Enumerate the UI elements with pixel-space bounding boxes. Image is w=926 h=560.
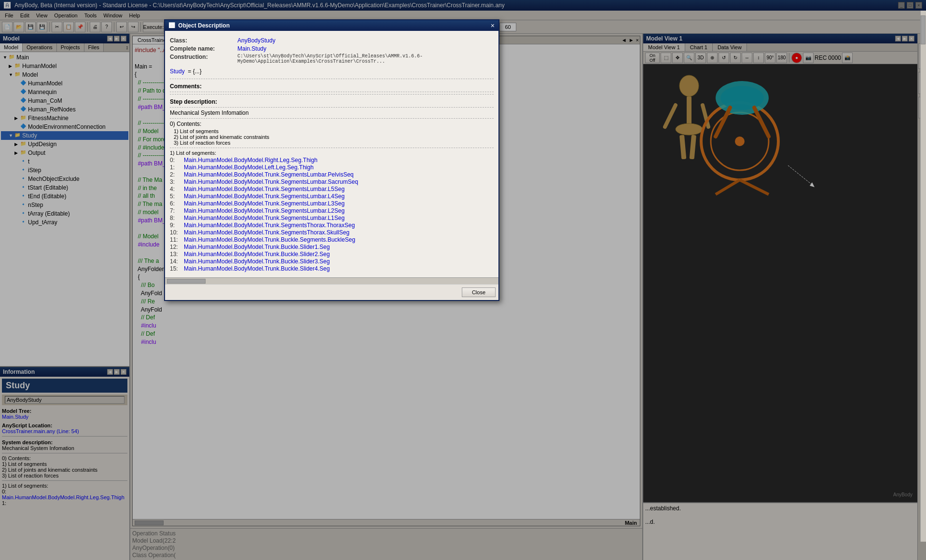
modal-segment-row-14: 14:Main.HumanModel.BodyModel.Trunk.Buckl… (170, 258, 494, 265)
modal-segment-num-12: 12: (170, 244, 182, 250)
modal-segment-link-15[interactable]: Main.HumanModel.BodyModel.Trunk.Buckle.S… (184, 265, 330, 272)
modal-contents-0: 0) Contents: (170, 121, 201, 127)
modal-segment-num-14: 14: (170, 258, 182, 265)
modal-completename-row: Complete name: Main.Study (170, 45, 494, 52)
modal-segment-row-12: 12:Main.HumanModel.BodyModel.Trunk.Buckl… (170, 244, 494, 250)
modal-segment-link-5[interactable]: Main.HumanModel.BodyModel.Trunk.Segments… (184, 193, 345, 200)
modal-comments-section: Comments: (170, 83, 494, 90)
modal-segment-row-15: 15:Main.HumanModel.BodyModel.Trunk.Buckl… (170, 265, 494, 272)
modal-segment-num-0: 0: (170, 157, 182, 164)
modal-segment-num-10: 10: (170, 229, 182, 236)
modal-hscrollbar[interactable] (165, 277, 498, 284)
object-description-modal: 🅰 Object Description × Class: AnyBodyStu… (164, 19, 499, 301)
modal-sysdesc-label: Step description: (170, 98, 217, 105)
modal-close-button[interactable]: × (491, 22, 495, 29)
modal-title-icon: 🅰 (169, 22, 175, 29)
modal-segment-link-2[interactable]: Main.HumanModel.BodyModel.Trunk.Segments… (184, 171, 354, 178)
modal-divider-6 (170, 148, 494, 148)
modal-segment-num-13: 13: (170, 251, 182, 258)
modal-segment-num-5: 5: (170, 193, 182, 200)
modal-scrollbar-thumb[interactable] (921, 15, 926, 44)
modal-scrollbar-track[interactable] (920, 11, 926, 542)
modal-study-link[interactable]: Study (170, 68, 185, 75)
modal-contents-3: 3) List of reaction forces (170, 140, 494, 146)
modal-body: Class: AnyBodyStudy Complete name: Main.… (165, 31, 498, 277)
modal-construction-row: Construction: C:\Users\st\AnyBodyTech\An… (170, 54, 494, 64)
modal-segment-num-8: 8: (170, 215, 182, 221)
modal-comments-label: Comments: (170, 83, 202, 90)
modal-segments-list: 0:Main.HumanModel.BodyModel.Right.Leg.Se… (170, 157, 494, 272)
modal-segment-link-7[interactable]: Main.HumanModel.BodyModel.Trunk.Segments… (184, 207, 345, 214)
modal-close-btn[interactable]: Close (462, 287, 496, 297)
modal-segment-row-11: 11:Main.HumanModel.BodyModel.Trunk.Buckl… (170, 236, 494, 243)
modal-divider-4 (170, 107, 494, 108)
modal-segment-row-1: 1:Main.HumanModel.BodyModel.Left.Leg.Seg… (170, 164, 494, 171)
modal-segments-header: 1) List of segments: (170, 150, 494, 156)
modal-segment-row-0: 0:Main.HumanModel.BodyModel.Right.Leg.Se… (170, 157, 494, 164)
modal-segment-row-4: 4:Main.HumanModel.BodyModel.Trunk.Segmen… (170, 186, 494, 192)
modal-contents-1: 1) List of segments (170, 128, 494, 134)
modal-code-snippet: Study = {...} (170, 68, 494, 75)
modal-segment-link-11[interactable]: Main.HumanModel.BodyModel.Trunk.Buckle.S… (184, 236, 355, 243)
modal-footer: Close (165, 284, 498, 300)
modal-segment-row-10: 10:Main.HumanModel.BodyModel.Trunk.Segme… (170, 229, 494, 236)
modal-completename-label: Complete name: (170, 45, 237, 52)
modal-segment-row-5: 5:Main.HumanModel.BodyModel.Trunk.Segmen… (170, 193, 494, 200)
modal-contents-2: 2) List of joints and kinematic constrai… (170, 134, 494, 140)
modal-segment-num-1: 1: (170, 164, 182, 171)
modal-segment-num-7: 7: (170, 207, 182, 214)
modal-divider-3 (170, 94, 494, 95)
modal-segment-link-4[interactable]: Main.HumanModel.BodyModel.Trunk.Segments… (184, 186, 345, 192)
modal-segment-row-7: 7:Main.HumanModel.BodyModel.Trunk.Segmen… (170, 207, 494, 214)
modal-overlay: 🅰 Object Description × Class: AnyBodyStu… (0, 0, 926, 560)
modal-divider-2 (170, 92, 494, 92)
modal-code-rest: = {...} (188, 68, 201, 75)
modal-segment-row-13: 13:Main.HumanModel.BodyModel.Trunk.Buckl… (170, 251, 494, 258)
modal-segment-row-8: 8:Main.HumanModel.BodyModel.Trunk.Segmen… (170, 215, 494, 221)
modal-segment-num-11: 11: (170, 236, 182, 243)
modal-class-label: Class: (170, 37, 237, 44)
modal-segment-link-8[interactable]: Main.HumanModel.BodyModel.Trunk.Segments… (184, 215, 345, 221)
modal-segment-row-2: 2:Main.HumanModel.BodyModel.Trunk.Segmen… (170, 171, 494, 178)
modal-segment-link-10[interactable]: Main.HumanModel.BodyModel.Trunk.Segments… (184, 229, 349, 236)
modal-title-bar: 🅰 Object Description × (165, 20, 498, 31)
modal-segment-row-3: 3:Main.HumanModel.BodyModel.Trunk.Segmen… (170, 178, 494, 185)
modal-segment-link-3[interactable]: Main.HumanModel.BodyModel.Trunk.Segments… (184, 178, 358, 185)
modal-class-row: Class: AnyBodyStudy (170, 37, 494, 44)
modal-segment-num-6: 6: (170, 200, 182, 207)
modal-construction-value: C:\Users\st\AnyBodyTech\AnyScript\Offici… (237, 54, 494, 64)
modal-mechanical-text: Mechanical System Infomation (170, 109, 249, 116)
modal-segment-link-13[interactable]: Main.HumanModel.BodyModel.Trunk.Buckle.S… (184, 251, 330, 258)
modal-title-text: Object Description (178, 22, 230, 29)
modal-mechanical: Mechanical System Infomation (170, 109, 494, 116)
modal-segment-num-2: 2: (170, 171, 182, 178)
modal-hscroll-thumb[interactable] (167, 279, 206, 284)
modal-segment-link-6[interactable]: Main.HumanModel.BodyModel.Trunk.Segments… (184, 200, 345, 207)
modal-divider-5 (170, 118, 494, 119)
modal-class-value[interactable]: AnyBodyStudy (237, 37, 276, 44)
modal-divider-1 (170, 79, 494, 79)
modal-title-label: 🅰 Object Description (169, 22, 230, 29)
modal-construction-label: Construction: (170, 54, 237, 64)
modal-segment-row-6: 6:Main.HumanModel.BodyModel.Trunk.Segmen… (170, 200, 494, 207)
modal-segment-link-1[interactable]: Main.HumanModel.BodyModel.Left.Leg.Seg.T… (184, 164, 314, 171)
modal-segment-num-4: 4: (170, 186, 182, 192)
modal-segment-link-14[interactable]: Main.HumanModel.BodyModel.Trunk.Buckle.S… (184, 258, 330, 265)
modal-segment-link-0[interactable]: Main.HumanModel.BodyModel.Right.Leg.Seg.… (184, 157, 318, 164)
modal-segment-row-9: 9:Main.HumanModel.BodyModel.Trunk.Segmen… (170, 222, 494, 229)
modal-segment-link-9[interactable]: Main.HumanModel.BodyModel.Trunk.Segments… (184, 222, 355, 229)
modal-segment-num-15: 15: (170, 265, 182, 272)
modal-completename-value[interactable]: Main.Study (237, 45, 266, 52)
modal-segment-num-9: 9: (170, 222, 182, 229)
modal-segment-link-12[interactable]: Main.HumanModel.BodyModel.Trunk.Buckle.S… (184, 244, 330, 250)
modal-sysdesc-section: Step description: (170, 98, 494, 105)
modal-segment-num-3: 3: (170, 178, 182, 185)
modal-contents-header: 0) Contents: (170, 121, 494, 127)
